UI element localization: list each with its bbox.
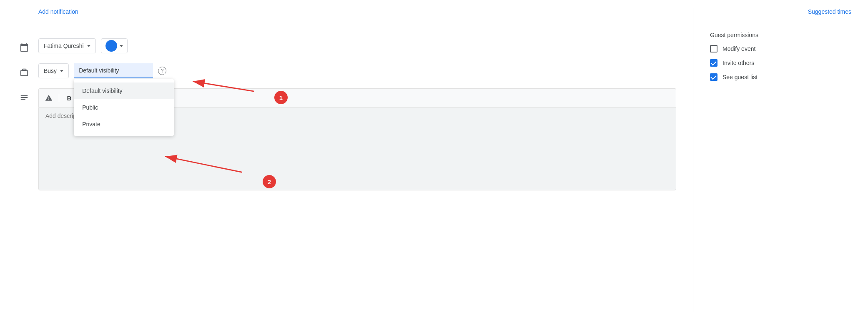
description-icon	[17, 90, 32, 105]
visibility-option-default[interactable]: Default visibility	[74, 82, 174, 99]
status-visibility-row: Busy Default visibility Default visibili…	[17, 63, 676, 80]
status-row-content: Busy Default visibility Default visibili…	[38, 63, 676, 78]
suggested-times-link[interactable]: Suggested times	[710, 8, 851, 15]
modify-event-checkbox[interactable]	[710, 45, 717, 52]
calendar-selector-button[interactable]: Fatima Qureshi	[38, 38, 96, 53]
guest-permissions-title: Guest permissions	[710, 32, 851, 38]
visibility-dropdown: Default visibility Public Private	[74, 79, 174, 136]
visibility-option-private[interactable]: Private	[74, 116, 174, 132]
visibility-container: Default visibility Default visibility Pu…	[74, 63, 153, 78]
busy-chevron-icon	[60, 70, 63, 72]
permission-invite-others: Invite others	[710, 59, 851, 67]
calendar-row: Fatima Qureshi	[17, 38, 676, 55]
see-guest-list-checkbox[interactable]	[710, 73, 717, 81]
help-icon[interactable]: ?	[158, 67, 166, 75]
warning-toolbar-button[interactable]	[42, 91, 55, 105]
color-circle	[105, 40, 117, 52]
right-panel: Suggested times Guest permissions Modify…	[693, 8, 851, 312]
briefcase-icon	[17, 65, 32, 80]
modify-event-label: Modify event	[722, 45, 755, 52]
calendar-icon	[17, 40, 32, 55]
annotation-bubble-2: 2	[263, 175, 276, 188]
visibility-option-public[interactable]: Public	[74, 99, 174, 116]
permission-modify-event: Modify event	[710, 45, 851, 52]
color-chevron-icon	[120, 45, 123, 47]
permission-see-guest-list: See guest list	[710, 73, 851, 81]
calendar-chevron-icon	[87, 45, 90, 47]
visibility-label: Default visibility	[79, 67, 119, 74]
toolbar-divider-1	[59, 94, 59, 102]
visibility-button[interactable]: Default visibility	[74, 63, 153, 78]
invite-others-checkbox[interactable]	[710, 59, 717, 67]
busy-label: Busy	[44, 68, 57, 74]
calendar-name: Fatima Qureshi	[44, 42, 84, 49]
busy-status-button[interactable]: Busy	[38, 63, 69, 78]
add-notification-link[interactable]: Add notification	[38, 8, 78, 15]
calendar-row-content: Fatima Qureshi	[38, 38, 676, 53]
annotation-bubble-1: 1	[274, 91, 288, 104]
see-guest-list-label: See guest list	[722, 74, 758, 80]
color-selector-button[interactable]	[101, 38, 128, 53]
invite-others-label: Invite others	[722, 60, 754, 66]
